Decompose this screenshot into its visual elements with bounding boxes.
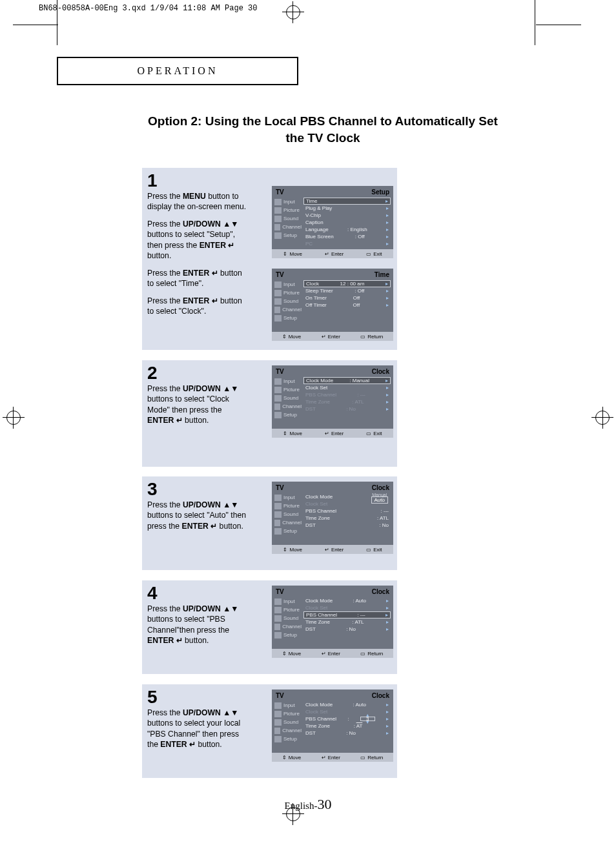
step-2-text: Press the UP/DOWN ▲▼ buttons to select "…	[147, 383, 251, 426]
channel-icon	[274, 520, 280, 526]
reg-mark-right-v	[602, 407, 603, 429]
menu-row: Sleep Timer: Off▸	[303, 287, 391, 294]
picture-icon	[274, 607, 282, 613]
menu-row: Time Zone: ATL▸	[303, 618, 391, 626]
menu-row: Time▸	[303, 198, 391, 205]
step-1: 1 Press the MENU button to display the o…	[142, 168, 397, 350]
step-4: 4 Press the UP/DOWN ▲▼ buttons to select…	[142, 580, 397, 674]
crop-tl-h	[13, 25, 58, 25]
tv-setup-main: Time▸ Plug & Play▸ V-Chip▸ Caption▸ Lang…	[303, 198, 391, 247]
move-icon: ⇕	[282, 334, 287, 340]
step-2: 2 Press the UP/DOWN ▲▼ buttons to select…	[142, 360, 397, 467]
tv-clock-manual: TVClock Input Picture Sound Channel Setu…	[272, 365, 393, 438]
input-icon	[274, 199, 282, 205]
tv-sidebar: Input Picture Sound Channel Setup	[274, 198, 302, 240]
picture-icon	[274, 207, 282, 214]
menu-row: Blue Screen: Off▸	[303, 233, 391, 240]
crop-tr-h	[536, 25, 581, 25]
reg-mark-left-h	[3, 417, 25, 418]
tv-label: TV	[276, 189, 284, 196]
operation-label: OPERATION	[138, 65, 218, 77]
tv-clock-autopick: TVClock Input Picture Sound Channel Setu…	[272, 482, 393, 554]
page-footer: English-30	[0, 796, 616, 813]
move-icon: ⇕	[283, 547, 287, 553]
enter-icon: ↵	[322, 755, 326, 761]
reg-mark-left	[6, 411, 21, 425]
tv-time: TVTime Input Picture Sound Channel Setup…	[272, 269, 393, 341]
exit-icon: ▭	[366, 547, 371, 553]
menu-row: Time Zone: ATL▸	[303, 398, 391, 405]
pbs-value-box: 3	[360, 717, 375, 721]
reg-mark-top	[286, 5, 300, 19]
move-icon: ⇕	[283, 251, 287, 257]
crop-tr-v	[535, 0, 535, 45]
menu-row: Caption▸	[303, 219, 391, 226]
tv-clock-pbs-select: TVClock Input Picture Sound Channel Setu…	[272, 689, 393, 762]
menu-row: Clock Mode: Auto▸	[303, 597, 391, 604]
menu-row: DST: No▸	[303, 626, 391, 633]
tv-footer: ⇕Move ↵Enter ▭Exit	[272, 249, 393, 258]
move-icon: ⇕	[282, 755, 287, 761]
channel-icon	[274, 624, 280, 630]
setup-icon	[274, 232, 282, 239]
input-icon	[274, 378, 282, 385]
setup-icon	[274, 632, 282, 638]
menu-row: Time Zone: ATL	[303, 515, 391, 522]
menu-row: V-Chip▸	[303, 212, 391, 219]
menu-row: PBS Channel: ---▸	[303, 391, 391, 398]
move-icon: ⇕	[282, 651, 287, 657]
menu-row: Time Zone: AT▸	[303, 722, 391, 730]
setup-icon	[274, 315, 282, 322]
tv-clock-auto-pbs: TVClock Input Picture Sound Channel Setu…	[272, 586, 393, 658]
menu-row: Clock Set▸	[303, 384, 391, 391]
file-header: BN68-00858A-00Eng 3.qxd 1/9/04 11:08 AM …	[39, 4, 257, 13]
picture-icon	[274, 503, 282, 509]
return-icon: ▭	[360, 651, 365, 657]
menu-row: DST: No	[303, 522, 391, 529]
picture-icon	[274, 711, 282, 717]
picture-icon	[274, 290, 282, 296]
sound-icon	[274, 511, 282, 518]
menu-row: DST: No▸	[303, 405, 391, 413]
menu-row: Clock Set▸	[303, 604, 391, 611]
menu-row: PBS Channel : ▲ 3 ▼ ▸	[303, 715, 391, 722]
setup-icon	[274, 528, 282, 535]
tv-time-title: Time	[375, 271, 389, 278]
step-5-text: Press the UP/DOWN ▲▼ buttons to select y…	[147, 708, 251, 750]
step-5: 5 Press the UP/DOWN ▲▼ buttons to select…	[142, 684, 397, 778]
return-icon: ▭	[360, 334, 365, 340]
tv-time-main: Clock12 : 00 am▸ Sleep Timer: Off▸ On Ti…	[303, 280, 391, 309]
sound-icon	[274, 298, 282, 305]
page-footer-prefix: English-	[285, 801, 318, 811]
input-icon	[274, 702, 282, 709]
tv-setup: TVSetup Input Picture Sound Channel Setu…	[272, 186, 393, 258]
menu-row: Clock12 : 00 am▸	[303, 280, 391, 287]
exit-icon: ▭	[366, 431, 371, 436]
enter-icon: ↵	[325, 431, 329, 436]
step-1-text: Press the MENU button to display the on-…	[147, 191, 251, 317]
option-title: Option 2: Using the Local PBS Channel to…	[142, 113, 504, 146]
menu-row: Clock Set▸	[303, 708, 391, 715]
exit-icon: ▭	[366, 251, 371, 257]
return-icon: ▭	[360, 755, 365, 761]
input-icon	[274, 495, 282, 501]
menu-row: Off TimerOff▸	[303, 301, 391, 309]
input-icon	[274, 598, 282, 605]
page-container: BN68-00858A-00Eng 3.qxd 1/9/04 11:08 AM …	[0, 0, 616, 858]
menu-row: PBS Channel: ---	[303, 507, 391, 515]
picture-icon	[274, 387, 282, 393]
menu-row: Clock Set	[303, 500, 391, 507]
channel-icon	[274, 728, 280, 734]
setup-icon	[274, 736, 282, 742]
setup-icon	[274, 412, 282, 418]
enter-icon: ↵	[325, 547, 329, 553]
tv-setup-title: Setup	[371, 189, 389, 196]
reg-mark-top-v	[293, 1, 293, 23]
menu-row: PBS Channel: ---▸	[303, 611, 391, 618]
menu-row: DST: No▸	[303, 730, 391, 737]
operation-box: OPERATION	[57, 57, 298, 85]
step-3: 3 Press the UP/DOWN ▲▼ buttons to select…	[142, 476, 397, 570]
reg-mark-left-v	[13, 407, 14, 429]
sound-icon	[274, 216, 282, 222]
sound-icon	[274, 395, 282, 402]
